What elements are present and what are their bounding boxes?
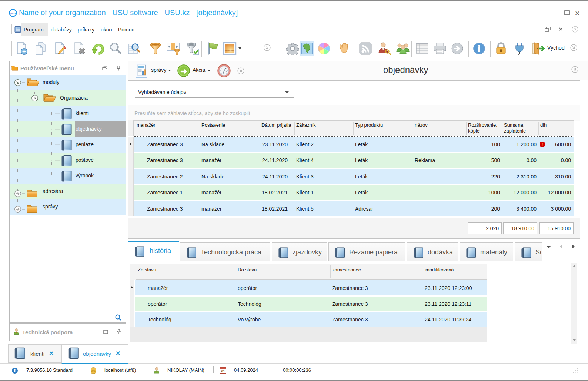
svg-text:usu: usu	[10, 12, 16, 15]
svg-text:31: 31	[221, 369, 225, 373]
